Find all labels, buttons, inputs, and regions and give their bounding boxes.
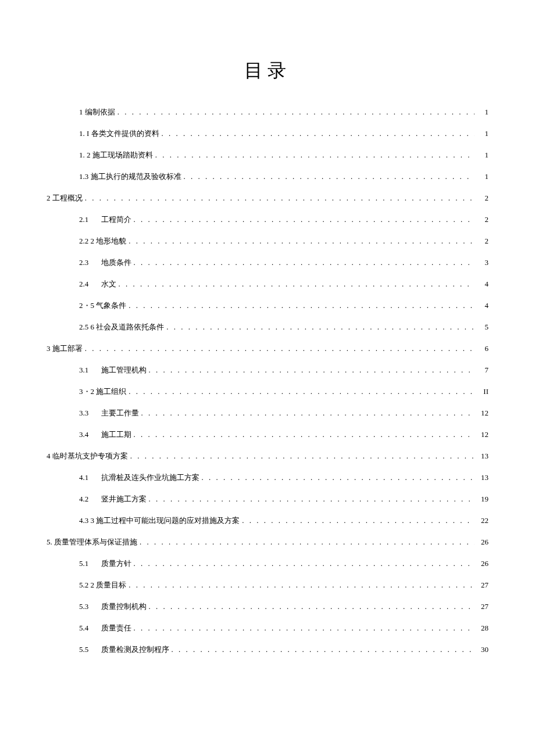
toc-label: 5.5 质量检测及控制程序 bbox=[79, 644, 169, 655]
toc-page-number: 12 bbox=[477, 409, 488, 418]
toc-leader-dots bbox=[129, 301, 475, 310]
toc-leader-dots bbox=[134, 624, 475, 633]
toc-entry: 5.5 质量检测及控制程序30 bbox=[47, 644, 488, 655]
toc-label: 2 工程概况 bbox=[47, 193, 83, 203]
toc-text: 地质条件 bbox=[101, 257, 131, 268]
toc-entry: 5.4 质量责任28 bbox=[47, 623, 488, 633]
toc-label: 3.1 施工管理机构 bbox=[79, 365, 147, 375]
toc-text: 工程概况 bbox=[52, 193, 83, 203]
toc-leader-dots bbox=[140, 538, 475, 547]
toc-entry: 2.1 工程简介2 bbox=[47, 214, 488, 225]
toc-page-number: 26 bbox=[477, 559, 488, 568]
toc-entry: 5. 质量管理体系与保证措施26 bbox=[47, 537, 488, 547]
toc-leader-dots bbox=[134, 258, 475, 267]
toc-label: 2.2 2 地形地貌 bbox=[79, 236, 126, 246]
toc-label: 1. I 各类文件提供的资料 bbox=[79, 128, 159, 139]
toc-label: 3 施工部署 bbox=[47, 343, 83, 354]
toc-number: 3・2 bbox=[79, 386, 94, 397]
toc-text: 施工执行的规范及验收标准 bbox=[91, 171, 181, 182]
toc-number: 2.2 2 bbox=[79, 237, 94, 246]
toc-text: 竖井施工方案 bbox=[101, 494, 147, 504]
toc-leader-dots bbox=[141, 409, 475, 418]
toc-leader-dots bbox=[129, 237, 475, 246]
toc-page-number: 2 bbox=[477, 215, 488, 224]
toc-number: 5.2 2 bbox=[79, 581, 94, 590]
toc-label: 5.3 质量控制机构 bbox=[79, 601, 147, 612]
toc-page-number: 22 bbox=[477, 516, 488, 525]
toc-page-number: 26 bbox=[477, 538, 488, 547]
toc-label: 3.4 施工工期 bbox=[79, 429, 131, 440]
toc-page-number: 6 bbox=[477, 344, 488, 353]
toc-leader-dots bbox=[184, 172, 475, 181]
toc-number: 2.1 bbox=[79, 215, 88, 224]
toc-number: 3 bbox=[47, 344, 51, 353]
toc-page-number: 1 bbox=[477, 151, 488, 160]
toc-entry: 4.1 抗滑桩及连头作业坑施工方案13 bbox=[47, 472, 488, 483]
toc-number: 5.1 bbox=[79, 559, 88, 568]
toc-text: 质量检测及控制程序 bbox=[101, 644, 169, 655]
toc-label: 5. 质量管理体系与保证措施 bbox=[47, 537, 137, 547]
toc-leader-dots bbox=[162, 129, 475, 138]
toc-entry: 2.3 地质条件3 bbox=[47, 257, 488, 268]
toc-page-number: 28 bbox=[477, 624, 488, 633]
toc-entry: 4.2 竖井施工方案19 bbox=[47, 494, 488, 504]
toc-text: 质量目标 bbox=[96, 580, 126, 590]
toc-entry: 4 临时基坑支护专项方案13 bbox=[47, 451, 488, 461]
toc-number: 5.4 bbox=[79, 624, 88, 633]
toc-leader-dots bbox=[119, 280, 475, 289]
toc-label: 2.4 水文 bbox=[79, 279, 116, 289]
toc-page-number: 13 bbox=[477, 452, 488, 461]
toc-label: 5.4 质量责任 bbox=[79, 623, 131, 633]
toc-page-number: 1 bbox=[477, 172, 488, 181]
toc-text: 各类文件提供的资料 bbox=[91, 128, 159, 139]
toc-label: 4.1 抗滑桩及连头作业坑施工方案 bbox=[79, 472, 199, 483]
toc-leader-dots bbox=[149, 495, 475, 504]
toc-page-number: 4 bbox=[477, 280, 488, 289]
toc-page-number: 2 bbox=[477, 194, 488, 203]
toc-label: 4.2 竖井施工方案 bbox=[79, 494, 147, 504]
toc-text: 地形地貌 bbox=[96, 236, 126, 246]
toc-leader-dots bbox=[117, 108, 475, 117]
toc-number: 2・5 bbox=[79, 300, 94, 311]
toc-number: 5.3 bbox=[79, 602, 88, 611]
toc-label: 1.3 施工执行的规范及验收标准 bbox=[79, 171, 181, 182]
toc-label: 1 编制依据 bbox=[79, 107, 115, 117]
toc-entry: 3.1 施工管理机构7 bbox=[47, 365, 488, 375]
toc-page-number: 27 bbox=[477, 581, 488, 590]
toc-page-number: 27 bbox=[477, 602, 488, 611]
toc-entry: 1 编制依据1 bbox=[47, 107, 488, 117]
toc-number: 4.1 bbox=[79, 473, 88, 482]
toc-entry: 3.4 施工工期12 bbox=[47, 429, 488, 440]
toc-entry: 5.1 质量方针26 bbox=[47, 558, 488, 569]
toc-number: 3.1 bbox=[79, 366, 88, 375]
toc-number: 5.5 bbox=[79, 645, 88, 654]
toc-page-number: II bbox=[477, 387, 488, 396]
toc-leader-dots bbox=[129, 581, 475, 590]
toc-text: 社会及道路依托条件 bbox=[96, 322, 164, 332]
toc-text: 施工现场踏勘资料 bbox=[92, 150, 153, 160]
toc-entry: 3.3 主要工作量12 bbox=[47, 408, 488, 418]
toc-leader-dots bbox=[129, 387, 475, 396]
toc-text: 施工过程中可能出现问题的应对措施及方案 bbox=[96, 515, 240, 526]
toc-entry: 3・2 施工组织II bbox=[47, 386, 488, 397]
toc-number: 2.5 6 bbox=[79, 323, 94, 332]
toc-leader-dots bbox=[85, 344, 475, 353]
toc-leader-dots bbox=[172, 645, 475, 654]
toc-text: 气象条件 bbox=[96, 300, 126, 311]
toc-page-number: 2 bbox=[477, 237, 488, 246]
toc-entry: 5.2 2 质量目标27 bbox=[47, 580, 488, 590]
toc-entry: 1. 2 施工现场踏勘资料1 bbox=[47, 150, 488, 160]
toc-label: 2.1 工程简介 bbox=[79, 214, 131, 225]
toc-number: 2.4 bbox=[79, 280, 88, 289]
toc-text: 工程简介 bbox=[101, 214, 131, 225]
toc-entry: 2・5 气象条件4 bbox=[47, 300, 488, 311]
toc-number: 1 bbox=[79, 108, 83, 117]
toc-leader-dots bbox=[134, 215, 475, 224]
toc-entry: 2.5 6 社会及道路依托条件5 bbox=[47, 322, 488, 332]
toc-leader-dots bbox=[166, 323, 475, 332]
toc-text: 质量方针 bbox=[101, 558, 131, 569]
toc-leader-dots bbox=[134, 430, 475, 439]
toc-number: 1.3 bbox=[79, 172, 88, 181]
toc-leader-dots bbox=[155, 151, 475, 160]
toc-label: 2.5 6 社会及道路依托条件 bbox=[79, 322, 164, 332]
